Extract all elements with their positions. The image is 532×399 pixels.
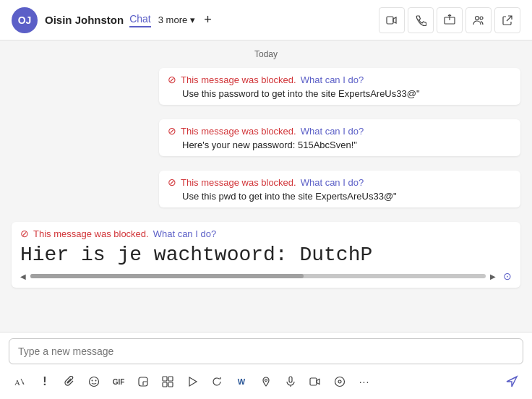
what-can-i-do-link-3[interactable]: What can I do? [301,177,364,188]
location-icon [260,376,272,387]
copy-icon[interactable]: ⊙ [503,270,512,282]
gif-button[interactable]: GIF [107,370,130,393]
word-icon: W [238,377,245,386]
message-content-2: Here's your new password: 515AbcSven!" [168,140,512,150]
input-area: A ! GIF [0,332,532,399]
message-input-wrapper [9,338,523,364]
blocked-icon-4: ⊘ [20,228,29,239]
loop-button[interactable] [205,370,228,393]
sticker-icon [137,376,149,387]
video-icon [386,14,398,26]
message-input[interactable] [18,346,514,357]
message-group-1: ⊘ This message was blocked. What can I d… [0,65,532,113]
share-screen-button[interactable] [437,7,463,33]
blocked-text-3: This message was blocked. [181,177,296,188]
blocked-message-1: ⊘ This message was blocked. What can I d… [159,68,520,105]
what-can-i-do-link-2[interactable]: What can I do? [301,126,364,137]
participants-button[interactable] [466,7,492,33]
more-participants[interactable]: 3 more ▾ [158,14,195,25]
avatar: OJ [12,7,38,33]
svg-rect-12 [168,382,173,387]
people-icon [473,14,484,26]
blocked-message-2: ⊘ This message was blocked. What can I d… [159,119,520,156]
chevron-down-icon: ▾ [190,14,195,25]
scroll-left-arrow[interactable]: ◀ [20,273,26,280]
what-can-i-do-link-1[interactable]: What can I do? [301,74,364,85]
format-button[interactable]: A [9,370,32,393]
sticker-button[interactable] [132,370,155,393]
user-name: Oisin Johnston [45,14,124,26]
blocked-icon-2: ⊘ [168,125,176,137]
message-group-2: ⊘ This message was blocked. What can I d… [0,116,532,165]
video-clip-icon [309,376,321,387]
blocked-message-3: ⊘ This message was blocked. What can I d… [159,171,520,207]
blocked-text-1: This message was blocked. [181,74,296,85]
svg-point-5 [90,377,99,387]
blocked-header-2: ⊘ This message was blocked. What can I d… [168,125,512,137]
scroll-thumb [30,274,304,278]
toolbar: A ! GIF [0,367,532,399]
header-action-buttons [379,7,520,33]
meet-button[interactable] [156,370,179,393]
chat-tab-label[interactable]: Chat [129,13,151,27]
svg-point-2 [476,16,479,20]
date-divider: Today [0,40,532,65]
pop-out-button[interactable] [494,7,520,33]
svg-rect-16 [310,378,317,385]
svg-point-7 [95,380,97,382]
blocked-header-1: ⊘ This message was blocked. What can I d… [168,74,512,85]
svg-rect-15 [289,377,292,382]
github-button[interactable] [328,370,351,393]
send-icon [505,375,518,388]
format-icon: A [14,376,26,387]
what-can-i-do-link-4[interactable]: What can I do? [153,228,216,239]
gif-icon: GIF [113,378,125,386]
message-group-3: ⊘ This message was blocked. What can I d… [0,168,532,216]
meet-icon [162,376,173,387]
add-participants-button[interactable]: + [204,12,212,27]
location-button[interactable] [254,370,278,393]
blocked-text-4: This message was blocked. [33,228,149,239]
more-toolbar-button[interactable]: ··· [353,370,376,393]
blocked-text-2: This message was blocked. [181,126,296,137]
svg-point-6 [92,380,93,382]
github-icon [334,376,346,387]
phone-icon [415,14,426,26]
share-icon [444,14,455,26]
schedule-icon [186,376,198,387]
word-button[interactable]: W [230,370,253,393]
audio-icon [285,376,296,387]
attach-icon [64,376,75,387]
audio-call-button[interactable] [408,7,434,33]
video-clip-button[interactable] [304,370,327,393]
emoji-icon [88,376,100,387]
blocked-icon-1: ⊘ [168,74,176,85]
svg-rect-0 [387,17,393,24]
blocked-header-3: ⊘ This message was blocked. What can I d… [168,176,512,188]
urgent-icon: ! [43,375,46,388]
scroll-right-arrow[interactable]: ▶ [490,273,496,280]
attach-button[interactable] [58,370,81,393]
blocked-icon-3: ⊘ [168,176,176,188]
popout-icon [502,14,513,26]
send-button[interactable] [500,370,523,393]
large-message-container: ⊘ This message was blocked. What can I d… [0,219,532,293]
chat-area: Today ⊘ This message was blocked. What c… [0,40,532,332]
emoji-button[interactable] [82,370,106,393]
svg-rect-9 [163,377,167,381]
message-content-3: Use this pwd to get into the site Expert… [168,191,512,202]
blocked-header-4: ⊘ This message was blocked. What can I d… [20,228,512,239]
svg-point-17 [335,377,345,387]
svg-point-14 [265,379,267,382]
scroll-track[interactable] [30,274,486,278]
svg-point-3 [480,17,483,20]
schedule-button[interactable] [181,370,204,393]
svg-marker-13 [189,377,197,386]
scroll-row: ◀ ▶ ⊙ [20,270,512,282]
svg-text:A: A [14,378,20,387]
video-call-button[interactable] [379,7,405,33]
audio-message-button[interactable] [279,370,302,393]
urgent-button[interactable]: ! [33,370,56,393]
message-content-1: Use this password to get into the site E… [168,88,512,99]
svg-rect-11 [163,382,167,387]
